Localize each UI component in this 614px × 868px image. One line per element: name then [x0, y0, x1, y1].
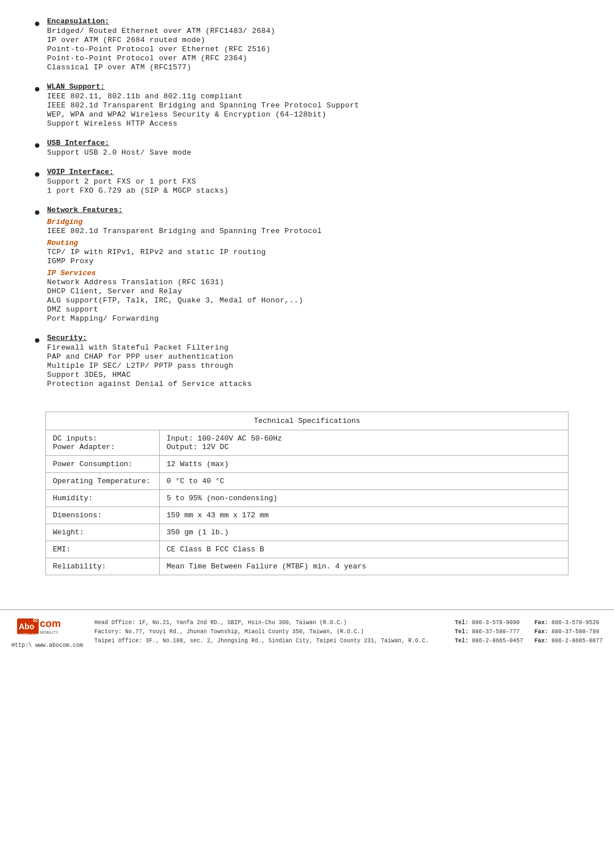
footer-tel-3: Tel: 886-2-8665-0457	[455, 637, 523, 646]
footer-fax-3: Fax: 886-2-8665-0877	[534, 637, 603, 646]
wlan-line-4: Support Wireless HTTP Access	[47, 119, 580, 128]
table-row: Weight: 350 gm (1 lb.)	[46, 524, 569, 541]
footer-fax-block: Fax: 886-3-578-9520 Fax: 886-37-580-799 …	[534, 618, 603, 646]
footer-addr-line-1: Head Office: 1F, No.21, Yanfa 2nd RD., S…	[94, 618, 443, 628]
logo-wireless-text: WIRELESS	[19, 633, 40, 637]
dc-value: Input: 100-240V AC 50-60HzOutput: 12V DC	[167, 434, 282, 451]
table-row: EMI: CE Class B FCC Class B	[46, 541, 569, 558]
wlan-content: WLAN Support: IEEE 802.11, 802.11b and 8…	[47, 82, 580, 128]
bridging-line-1: IEEE 802.1d Transparent Bridging and Spa…	[47, 227, 580, 235]
sec-line-5: Protection against Denial of Service att…	[47, 380, 580, 388]
voip-content: VOIP Interface: Support 2 port FXS or 1 …	[47, 168, 580, 196]
footer-tel-block: Tel: 886-3-578-9090 Tel: 886-37-580-777 …	[455, 618, 523, 646]
footer-contacts: Tel: 886-3-578-9090 Tel: 886-37-580-777 …	[455, 618, 603, 646]
network-content: Network Features: Bridging IEEE 802.1d T…	[47, 206, 580, 323]
security-title: Security:	[47, 334, 580, 342]
wlan-line-3: WEP, WPA and WPA2 Wireless Security & En…	[47, 110, 580, 119]
bridging-body: IEEE 802.1d Transparent Bridging and Spa…	[47, 227, 580, 235]
dc-inputs-value: Input: 100-240V AC 50-60HzOutput: 12V DC	[160, 430, 569, 456]
sec-line-1: Firewall with Stateful Packet Filtering	[47, 343, 580, 352]
wlan-title: WLAN Support:	[47, 82, 580, 91]
emi-label-cell: EMI:	[46, 541, 160, 558]
main-content: ● Encapsulation: Bridged/ Routed Etherne…	[0, 0, 614, 575]
security-content: Security: Firewall with Stateful Packet …	[47, 334, 580, 389]
power-value-cell: 12 Watts (max)	[160, 456, 569, 473]
bullet-network: ●	[34, 207, 40, 218]
network-title: Network Features:	[47, 206, 580, 214]
logo-abo-text: Abo	[19, 622, 34, 631]
sec-line-3: Multiple IP SEC/ L2TP/ PPTP pass through	[47, 362, 580, 370]
logo-com-text: com	[40, 618, 61, 629]
voip-title: VOIP Interface:	[47, 168, 580, 176]
ip-line-1: Network Address Translation (RFC 1631)	[47, 278, 580, 286]
tech-specs-wrapper: Technical Specifications DC inputs:Power…	[34, 412, 580, 575]
table-row: Humidity: 5 to 95% (non-condensing)	[46, 490, 569, 507]
routing-line-2: IGMP Proxy	[47, 257, 580, 265]
logo-mobility-text: MOBILITY	[40, 630, 59, 634]
footer-fax-2: Fax: 886-37-580-799	[534, 628, 603, 637]
tech-specs-table: Technical Specifications DC inputs:Power…	[45, 412, 569, 575]
table-row: Dimensions: 159 mm x 43 mm x 172 mm	[46, 507, 569, 524]
enc-line-3: Point-to-Point Protocol over Ethernet (R…	[47, 45, 580, 53]
network-features-body: Bridging IEEE 802.1d Transparent Bridgin…	[47, 218, 580, 323]
wlan-body: IEEE 802.11, 802.11b and 802.11g complia…	[47, 92, 580, 128]
table-row: Operating Temperature: 0 °C to 40 °C	[46, 473, 569, 490]
ip-line-2: DHCP Client, Server and Relay	[47, 287, 580, 296]
voip-body: Support 2 port FXS or 1 port FXS 1 port …	[47, 177, 580, 195]
voip-section: ● VOIP Interface: Support 2 port FXS or …	[34, 168, 580, 196]
bullet-usb: ●	[34, 140, 40, 151]
footer-url: Http:\ www.abocom.com	[11, 642, 83, 649]
encapsulation-section: ● Encapsulation: Bridged/ Routed Etherne…	[34, 17, 580, 72]
usb-content: USB Interface: Support USB 2.0 Host/ Sav…	[47, 139, 580, 157]
reliability-label-cell: Reliability:	[46, 558, 160, 575]
dimensions-value-cell: 159 mm x 43 mm x 172 mm	[160, 507, 569, 524]
footer-tel-1: Tel: 886-3-578-9090	[455, 618, 523, 628]
encapsulation-body: Bridged/ Routed Ethernet over ATM (RFC14…	[47, 27, 580, 72]
enc-line-4: Point-to-Point Protocol over ATM (RFC 23…	[47, 54, 580, 63]
footer-address: Head Office: 1F, No.21, Yanfa 2nd RD., S…	[94, 618, 443, 646]
temp-label-cell: Operating Temperature:	[46, 473, 160, 490]
enc-line-5: Classical IP over ATM (RFC1577)	[47, 63, 580, 72]
footer-addr-line-3: Taipei Office: 3F., No.188, sec. 2, Jhon…	[94, 637, 443, 646]
humidity-label-cell: Humidity:	[46, 490, 160, 507]
ip-line-5: Port Mapping/ Forwarding	[47, 314, 580, 323]
usb-body: Support USB 2.0 Host/ Save mode	[47, 148, 580, 157]
wlan-line-1: IEEE 802.11, 802.11b and 802.11g complia…	[47, 92, 580, 101]
dc-inputs-label: DC inputs:Power Adapter:	[53, 434, 115, 451]
footer-logo: Abo WIRELESS com MOBILITY Http:\ www.abo…	[11, 616, 83, 649]
voip-line-2: 1 port FXO G.729 ab (SIP & MGCP stacks)	[47, 186, 580, 195]
temp-value-cell: 0 °C to 40 °C	[160, 473, 569, 490]
bullet-wlan: ●	[34, 84, 40, 95]
routing-body: TCP/ IP with RIPv1, RIPv2 and static IP …	[47, 248, 580, 265]
bullet-voip: ●	[34, 169, 40, 180]
footer-fax-1: Fax: 886-3-578-9520	[534, 618, 603, 628]
ip-services-subtitle: IP Services	[47, 269, 580, 277]
security-body: Firewall with Stateful Packet Filtering …	[47, 343, 580, 388]
usb-line-1: Support USB 2.0 Host/ Save mode	[47, 148, 580, 157]
dc-inputs-cell: DC inputs:Power Adapter:	[46, 430, 160, 456]
routing-line-1: TCP/ IP with RIPv1, RIPv2 and static IP …	[47, 248, 580, 256]
footer: Abo WIRELESS com MOBILITY Http:\ www.abo…	[0, 609, 614, 654]
bridging-subtitle: Bridging	[47, 218, 580, 226]
voip-line-1: Support 2 port FXS or 1 port FXS	[47, 177, 580, 186]
wlan-section: ● WLAN Support: IEEE 802.11, 802.11b and…	[34, 82, 580, 128]
sec-line-4: Support 3DES, HMAC	[47, 371, 580, 379]
dimensions-label-cell: Dimensions:	[46, 507, 160, 524]
wlan-line-2: IEEE 802.1d Transparent Bridging and Spa…	[47, 101, 580, 110]
weight-label-cell: Weight:	[46, 524, 160, 541]
ip-line-4: DMZ support	[47, 305, 580, 314]
ip-line-3: ALG support(FTP, Talk, IRC, Quake 3, Med…	[47, 296, 580, 305]
reliability-value-cell: Mean Time Between Failure (MTBF) min. 4 …	[160, 558, 569, 575]
abocom-logo-svg: Abo WIRELESS com MOBILITY	[16, 616, 78, 641]
encapsulation-content: Encapsulation: Bridged/ Routed Ethernet …	[47, 17, 580, 72]
table-row: Reliability: Mean Time Between Failure (…	[46, 558, 569, 575]
table-row: Power Consumption: 12 Watts (max)	[46, 456, 569, 473]
humidity-value-cell: 5 to 95% (non-condensing)	[160, 490, 569, 507]
ip-services-body: Network Address Translation (RFC 1631) D…	[47, 278, 580, 323]
table-row: DC inputs:Power Adapter: Input: 100-240V…	[46, 430, 569, 456]
encapsulation-title: Encapsulation:	[47, 17, 580, 26]
bullet-security: ●	[34, 335, 40, 346]
enc-line-1: Bridged/ Routed Ethernet over ATM (RFC14…	[47, 27, 580, 35]
usb-title: USB Interface:	[47, 139, 580, 147]
bullet-encapsulation: ●	[34, 18, 40, 30]
